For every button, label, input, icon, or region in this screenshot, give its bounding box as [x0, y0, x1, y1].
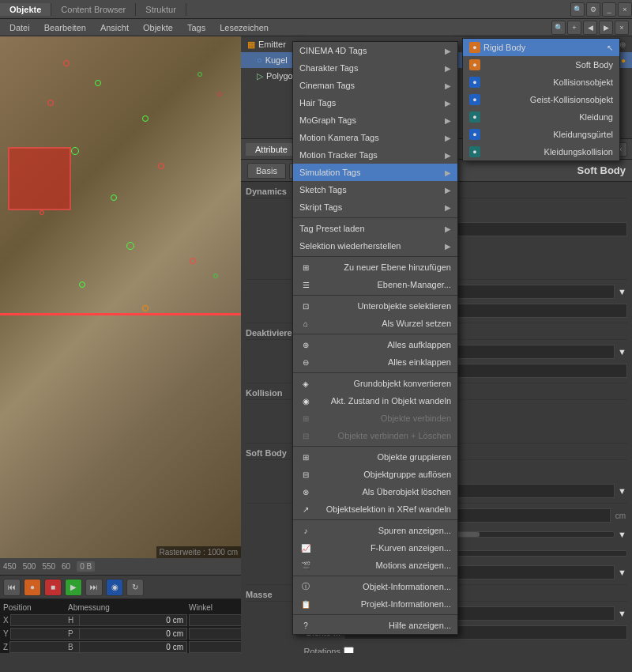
dynamisch-input[interactable] — [344, 222, 627, 236]
playback-play-btn[interactable]: ▶ — [65, 579, 82, 596]
kollisions2-input[interactable] — [344, 565, 615, 580]
attr-tab-modus[interactable]: Modus — [298, 143, 344, 156]
hierarchie-row: Hierarchie — [246, 403, 627, 421]
minimize-btn[interactable]: _ — [602, 2, 616, 17]
right-panel: ▦ Emitter ⊕ ○ Kugel ● ▷ Polygon Attribut… — [241, 36, 632, 653]
timeline-badge: 0 B — [77, 561, 95, 572]
close-panel-icon[interactable]: × — [615, 21, 629, 35]
menu-objekte[interactable]: Objekte — [137, 21, 179, 34]
verwende-dropdown[interactable]: ▼ — [618, 609, 627, 618]
elastizitaet-row: Elastizität ▼ — [246, 526, 627, 543]
sim-tab-dynamik[interactable]: Dynamik — [289, 163, 340, 179]
hierarchie-checkbox[interactable] — [344, 407, 354, 417]
beivis-checkbox[interactable] — [344, 262, 354, 273]
playback-forward-btn[interactable]: ⏭ — [85, 579, 103, 596]
win-b-input[interactable] — [189, 641, 241, 653]
main-layout: Rasterweite : 1000 cm 450 500 550 60 0 B… — [0, 36, 632, 653]
winkelges-input[interactable] — [344, 364, 627, 378]
abm-h-input[interactable] — [79, 614, 187, 626]
softbody-content-header: Soft Body — [246, 447, 627, 460]
attr-lock-icon[interactable]: ▶ — [566, 142, 580, 157]
tab-content-browser[interactable]: Content Browser — [51, 3, 136, 16]
divider-1 — [246, 279, 627, 280]
eigene-sta-row: Eigene Sta. — [246, 302, 627, 319]
aktivieren2-dropdown-icon[interactable]: ▼ — [618, 486, 627, 496]
softbody-cm-unit: cm — [614, 512, 627, 520]
p-label: P — [68, 629, 77, 638]
aktivieren2-input[interactable] — [344, 484, 615, 498]
menu-bearbeiten[interactable]: Bearbeiten — [38, 21, 92, 34]
particle-dot — [40, 210, 44, 215]
ausloesung-dropdown-icon[interactable]: ▼ — [618, 287, 627, 296]
sim-tab-cache[interactable]: Cache — [401, 163, 444, 179]
playback-extra-btn[interactable]: ◉ — [106, 579, 123, 596]
search-btn[interactable]: 🔍 — [570, 2, 585, 17]
timeline-bar: 450 500 550 60 0 B — [0, 558, 241, 576]
menu-datei[interactable]: Datei — [3, 21, 36, 34]
linearer-input[interactable] — [344, 345, 615, 359]
reibung-fill — [344, 551, 429, 556]
menu-lesezeichen[interactable]: Lesezeichen — [213, 21, 275, 34]
menu-ansicht[interactable]: Ansicht — [94, 21, 135, 34]
polygon-icon: ▷ — [257, 71, 263, 81]
win-h-input[interactable] — [189, 614, 241, 626]
search-icon[interactable]: 🔍 — [551, 21, 566, 35]
sim-tab-basis[interactable]: Basis — [247, 163, 286, 179]
attr-search-icon[interactable]: 🔍 — [581, 142, 596, 157]
elast-dropdown[interactable]: ▼ — [618, 530, 627, 539]
polygon-item[interactable]: ▷ Polygon — [241, 68, 632, 84]
individuell-checkbox[interactable] — [344, 426, 354, 436]
y-label: Y — [3, 629, 9, 638]
winkel-label: Winkel — [189, 602, 241, 613]
koll-dropdown[interactable]: ▼ — [618, 568, 627, 577]
playback-record-btn[interactable]: ■ — [44, 579, 62, 596]
aktiviert-row: Aktiviert Aktiviert — [246, 202, 627, 219]
tab-struktur[interactable]: Struktur — [136, 3, 186, 16]
particle-dot — [190, 258, 196, 264]
playback-loop-btn[interactable]: ↻ — [126, 579, 144, 596]
viewport-canvas[interactable]: Rasterweite : 1000 cm — [0, 36, 241, 558]
elastizitaet-slider[interactable] — [344, 531, 615, 538]
win-p-input[interactable] — [189, 628, 241, 640]
pos-z-row: Z — [3, 641, 66, 653]
reibung-slider[interactable] — [344, 550, 627, 557]
aktiviert-checkbox[interactable] — [344, 206, 354, 216]
linearer-dropdown-icon[interactable]: ▼ — [618, 347, 627, 357]
z-label: Z — [3, 643, 8, 651]
timeline-val-3: 550 — [42, 562, 55, 571]
winkelges-row: Winkelges. — [246, 362, 627, 379]
grid-dot — [198, 72, 202, 77]
eigene-sta-input[interactable] — [344, 304, 627, 318]
nav-fwd-icon[interactable]: ▶ — [599, 21, 613, 35]
settings-btn[interactable]: ⚙ — [586, 2, 600, 17]
playback-stop-btn[interactable]: ● — [24, 579, 41, 596]
dichte-input[interactable] — [344, 625, 627, 640]
tab-objekte[interactable]: Objekte — [0, 3, 51, 16]
divider-2 — [246, 323, 627, 323]
close-btn[interactable]: × — [618, 2, 632, 17]
attr-close-icon[interactable]: × — [613, 142, 627, 157]
kugel-item[interactable]: ○ Kugel ● — [241, 52, 632, 68]
rotations-checkbox[interactable] — [344, 647, 354, 654]
softbody-cm-input[interactable] — [344, 508, 611, 523]
sim-tab-softbody[interactable]: Soft Body — [344, 163, 399, 179]
add-icon[interactable]: + — [567, 21, 581, 35]
emitter-label: Emitter — [258, 40, 286, 49]
elastizitaet-fill — [344, 532, 480, 537]
selbstkoll-checkbox[interactable] — [344, 467, 354, 478]
startzust-button[interactable]: Startzustand — [344, 242, 399, 255]
attr-tab-attribute[interactable]: Attribute — [246, 143, 298, 156]
attr-nav-icon[interactable]: ◀ — [550, 142, 564, 157]
emitter-item[interactable]: ▦ Emitter ⊕ — [241, 36, 632, 52]
verwende-input[interactable] — [344, 606, 615, 621]
softbody-header-label: Soft Body — [577, 164, 626, 176]
playback-back-btn[interactable]: ⏮ — [3, 579, 21, 596]
abm-p-input[interactable] — [79, 628, 187, 640]
kollisions2-label: Kollisions — [246, 568, 340, 577]
menu-tags[interactable]: Tags — [181, 21, 212, 34]
ausloesung-input[interactable] — [344, 285, 615, 299]
attr-settings-icon[interactable]: ⚙ — [597, 142, 611, 157]
abm-b-input[interactable] — [79, 641, 187, 653]
nav-back-icon[interactable]: ◀ — [583, 21, 597, 35]
emitter-icon: ▦ — [247, 40, 255, 50]
